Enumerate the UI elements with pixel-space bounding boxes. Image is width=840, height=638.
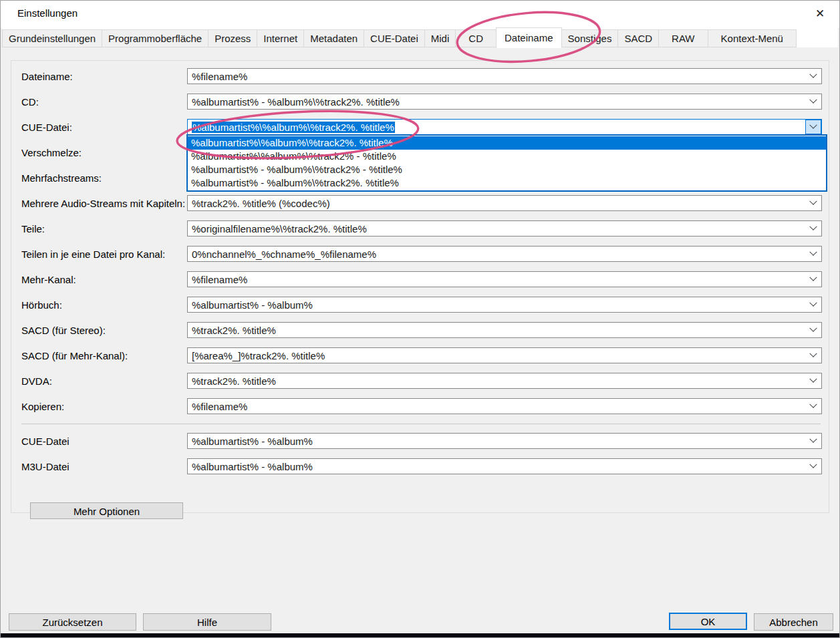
- field-label: Teilen in je eine Datei pro Kanal:: [21, 249, 187, 260]
- form-row: Hörbuch: %albumartist% - %album%: [21, 297, 822, 313]
- chevron-down-icon[interactable]: [805, 272, 821, 287]
- chevron-down-icon[interactable]: [805, 221, 821, 236]
- tab-internet[interactable]: Internet: [257, 29, 304, 47]
- form-row: SACD (für Stereo): %track2%. %title%: [21, 322, 822, 338]
- tab-dateiname[interactable]: Dateiname: [496, 27, 562, 48]
- chevron-down-icon[interactable]: [805, 459, 821, 474]
- window-title: Einstellungen: [17, 7, 78, 19]
- form-row: Kopieren: %filename%: [21, 398, 822, 414]
- combobox[interactable]: %albumartist% - %album%: [187, 458, 822, 474]
- field-label: CD:: [21, 96, 187, 108]
- combobox[interactable]: %track2%. %title%: [187, 373, 822, 389]
- dropdown-option[interactable]: %albumartist% - %album%\%track2% - %titl…: [188, 163, 826, 176]
- tab-strip: GrundeinstellungenProgrammoberflächeProz…: [2, 27, 838, 47]
- combobox[interactable]: %track2%. %title%: [187, 322, 822, 338]
- form-row: CD: %albumartist% - %album%\%track2%. %t…: [21, 94, 822, 110]
- chevron-down-icon[interactable]: [805, 120, 821, 134]
- tab-grundeinstellungen[interactable]: Grundeinstellungen: [2, 29, 102, 47]
- field-label: SACD (für Mehr-Kanal):: [21, 350, 187, 361]
- filename-settings-panel: Dateiname: %filename% CD: %albumartist% …: [11, 60, 829, 513]
- chevron-down-icon[interactable]: [805, 94, 821, 109]
- combobox[interactable]: %originalfilename%\%track2%. %title%: [187, 220, 822, 236]
- chevron-down-icon[interactable]: [805, 247, 821, 261]
- window-bottom-edge: [1, 633, 839, 637]
- combobox[interactable]: %albumartist% - %album%: [187, 297, 822, 313]
- chevron-down-icon[interactable]: [805, 69, 821, 84]
- field-label: Teile:: [21, 223, 187, 234]
- field-label: Verschmelze:: [21, 147, 187, 158]
- chevron-down-icon[interactable]: [805, 399, 821, 414]
- field-label: Mehrere Audio-Streams mit Kapiteln:: [21, 198, 187, 209]
- chevron-down-icon[interactable]: [805, 434, 821, 448]
- tab-metadaten[interactable]: Metadaten: [303, 29, 364, 47]
- close-icon[interactable]: ✕: [813, 7, 827, 21]
- form-row: Dateiname: %filename%: [21, 68, 822, 84]
- chevron-down-icon[interactable]: [805, 373, 821, 388]
- combobox[interactable]: %filename%: [187, 271, 822, 287]
- form-row: CUE-Datei: %albumartist%\%album%\%track2…: [21, 119, 822, 135]
- selected-text: %albumartist%\%album%\%track2%. %title%: [192, 122, 395, 133]
- field-label: SACD (für Stereo):: [21, 325, 187, 336]
- more-options-button[interactable]: Mehr Optionen: [30, 502, 183, 519]
- chevron-down-icon[interactable]: [805, 348, 821, 363]
- combobox[interactable]: 0%nchannel%_%chname%_%filename%: [187, 246, 822, 262]
- chevron-down-icon[interactable]: [805, 323, 821, 337]
- combobox-value: %filename%: [188, 401, 805, 412]
- form-row: Mehr-Kanal: %filename%: [21, 271, 822, 287]
- tab-kontext-men-[interactable]: Kontext-Menü: [708, 29, 797, 47]
- combobox-value: %albumartist% - %album%\%track2%. %title…: [188, 96, 805, 108]
- combobox-value: %albumartist%\%album%\%track2%. %title%: [188, 122, 805, 133]
- form-row: CUE-Datei %albumartist% - %album%: [21, 433, 822, 449]
- help-button[interactable]: Hilfe: [143, 613, 271, 631]
- combobox-value: %filename%: [188, 71, 805, 82]
- chevron-down-icon[interactable]: [805, 196, 821, 210]
- cancel-button[interactable]: Abbrechen: [754, 613, 833, 631]
- field-label: M3U-Datei: [21, 461, 187, 472]
- form-row: DVDA: %track2%. %title%: [21, 373, 822, 389]
- field-label: Kopieren:: [21, 401, 187, 412]
- combobox[interactable]: %filename%: [187, 68, 822, 84]
- combobox-value: %albumartist% - %album%: [188, 436, 805, 447]
- field-label: Mehr-Kanal:: [21, 274, 187, 285]
- ok-button[interactable]: OK: [669, 613, 747, 630]
- form-row: Teilen in je eine Datei pro Kanal: 0%nch…: [21, 246, 822, 262]
- combobox-value: %originalfilename%\%track2%. %title%: [188, 223, 805, 234]
- field-label: Dateiname:: [21, 71, 187, 82]
- tab-sonstiges[interactable]: Sonstiges: [561, 29, 619, 47]
- tab-cue-datei[interactable]: CUE-Datei: [364, 29, 425, 47]
- combobox[interactable]: [%area%_]%track2%. %title%: [187, 347, 822, 363]
- form-row: SACD (für Mehr-Kanal): [%area%_]%track2%…: [21, 347, 822, 363]
- tab-programmoberfl-che[interactable]: Programmoberfläche: [102, 29, 208, 47]
- dropdown-option[interactable]: %albumartist%\%album%\%track2% - %title%: [188, 150, 826, 163]
- reset-button[interactable]: Zurücksetzen: [9, 613, 136, 631]
- tab-cd[interactable]: CD: [455, 29, 497, 47]
- dropdown-option[interactable]: %albumartist% - %album%\%track2%. %title…: [188, 176, 826, 190]
- field-label: CUE-Datei:: [21, 122, 187, 133]
- combobox[interactable]: %albumartist% - %album%\%track2%. %title…: [187, 94, 822, 110]
- form-row: Teile: %originalfilename%\%track2%. %tit…: [21, 220, 822, 236]
- field-label: Mehrfachstreams:: [21, 172, 187, 184]
- field-label: DVDA:: [21, 375, 187, 387]
- field-label: CUE-Datei: [21, 436, 187, 447]
- tab-midi[interactable]: Midi: [424, 29, 456, 47]
- combobox-value: %albumartist% - %album%: [188, 299, 805, 311]
- cue-datei-dropdown-list: %albumartist%\%album%\%track2%. %title%%…: [186, 134, 827, 192]
- combobox-value: %track2%. %title% (%codec%): [188, 198, 805, 209]
- combobox-open[interactable]: %albumartist%\%album%\%track2%. %title%: [187, 119, 822, 135]
- titlebar: Einstellungen ✕: [1, 1, 839, 27]
- combobox[interactable]: %albumartist% - %album%: [187, 433, 822, 449]
- combobox[interactable]: %track2%. %title% (%codec%): [187, 195, 822, 211]
- form-row: Mehrere Audio-Streams mit Kapiteln: %tra…: [21, 195, 822, 211]
- tab-sacd[interactable]: SACD: [617, 29, 659, 47]
- tab-prozess[interactable]: Prozess: [208, 29, 257, 47]
- tab-raw[interactable]: RAW: [658, 29, 708, 47]
- combobox[interactable]: %filename%: [187, 398, 822, 414]
- combobox-value: 0%nchannel%_%chname%_%filename%: [188, 249, 805, 260]
- combobox-value: %filename%: [188, 274, 805, 285]
- combobox-value: [%area%_]%track2%. %title%: [188, 350, 805, 361]
- section-divider: [21, 424, 821, 424]
- field-label: Hörbuch:: [21, 299, 187, 311]
- combobox-value: %albumartist% - %album%: [188, 461, 805, 472]
- dropdown-option[interactable]: %albumartist%\%album%\%track2%. %title%: [188, 136, 826, 150]
- chevron-down-icon[interactable]: [805, 297, 821, 312]
